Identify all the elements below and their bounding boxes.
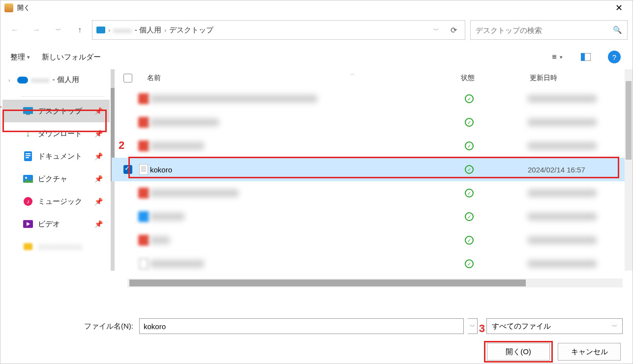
svg-point-9: [25, 177, 27, 179]
back-button[interactable]: ←: [5, 21, 24, 39]
file-pane: 名前 ︿ 状態 更新日時 種類 ✓ ✓: [112, 69, 633, 305]
breadcrumb-user[interactable]: xxxxx: [113, 26, 132, 34]
help-button[interactable]: ?: [606, 49, 623, 65]
pictures-icon: [23, 174, 33, 183]
column-status[interactable]: 状態: [461, 74, 475, 83]
onedrive-icon: [17, 77, 28, 84]
file-row[interactable]: ✓: [112, 228, 633, 252]
filename-dropdown[interactable]: ﹀: [468, 318, 478, 334]
folder-icon: [96, 27, 105, 33]
column-modified[interactable]: 更新日時: [530, 74, 557, 83]
sidebar-item-music[interactable]: ♪ ミュージック 📌: [2, 190, 110, 213]
file-row[interactable]: ✓: [112, 111, 633, 134]
search-input[interactable]: [476, 26, 613, 34]
document-icon: [23, 152, 33, 161]
sync-status-icon: ✓: [465, 165, 474, 174]
sidebar: › xxxxx - 個人用 デスクトップ 📌 ↓ ダウンロード 📌 ドキュメント…: [0, 69, 112, 305]
file-row[interactable]: ✓: [112, 252, 633, 276]
callout-1-label: 1: [0, 98, 1, 111]
address-bar[interactable]: › xxxxx - 個人用 › デスクトップ ﹀ ⟳: [92, 20, 465, 40]
open-button[interactable]: 開く(O): [487, 343, 550, 361]
row-checkbox[interactable]: [123, 165, 132, 174]
svg-rect-3: [26, 114, 30, 115]
sidebar-item-desktop[interactable]: デスクトップ 📌: [2, 100, 110, 122]
sidebar-item-documents[interactable]: ドキュメント 📌: [2, 145, 110, 168]
text-file-icon: [138, 164, 149, 175]
file-row[interactable]: ✓: [112, 87, 633, 111]
file-row[interactable]: ✓: [112, 205, 633, 228]
file-row[interactable]: ✓: [112, 134, 633, 158]
dialog-title: 開く: [17, 3, 30, 12]
sidebar-item-pictures[interactable]: ピクチャ 📌: [2, 168, 110, 190]
search-icon[interactable]: 🔍: [613, 26, 622, 34]
video-icon: [23, 220, 33, 228]
filename-label: ファイル名(N):: [84, 322, 133, 331]
footer: ファイル名(N): ﹀ すべてのファイル﹀ 3 開く(O) キャンセル: [0, 305, 633, 364]
breadcrumb-folder[interactable]: デスクトップ: [169, 26, 213, 35]
breadcrumb-personal[interactable]: - 個人用: [135, 26, 161, 35]
sidebar-item-label: ビデオ: [38, 220, 60, 229]
file-row[interactable]: ✓: [112, 181, 633, 205]
address-dropdown[interactable]: ﹀: [428, 23, 443, 37]
sidebar-item-label: ダウンロード: [38, 129, 82, 139]
svg-rect-7: [26, 157, 29, 158]
close-button[interactable]: ✕: [609, 1, 629, 15]
view-mode-button[interactable]: ≡ ▾: [549, 49, 566, 65]
file-list-scrollbar[interactable]: [625, 69, 633, 271]
titlebar: 開く ✕: [0, 0, 633, 15]
refresh-button[interactable]: ⟳: [446, 23, 461, 37]
pin-icon: 📌: [94, 197, 103, 205]
app-icon: [4, 3, 13, 12]
select-all-checkbox[interactable]: [123, 74, 132, 83]
desktop-icon: [23, 107, 33, 115]
pin-icon: 📌: [94, 152, 103, 160]
up-button[interactable]: ↑: [70, 21, 89, 39]
svg-rect-5: [26, 153, 30, 154]
file-name: kokoro: [150, 166, 172, 174]
svg-rect-6: [26, 155, 30, 156]
pin-icon: 📌: [94, 107, 103, 115]
filename-input[interactable]: [139, 318, 464, 334]
sidebar-item-label: デスクトップ: [38, 107, 82, 116]
search-box[interactable]: 🔍: [470, 20, 628, 40]
organize-menu[interactable]: 整理 ▾: [10, 53, 30, 62]
navbar: ← → ﹀ ↑ › xxxxx - 個人用 › デスクトップ ﹀ ⟳ 🔍: [0, 15, 633, 45]
sidebar-item-label: ドキュメント: [38, 152, 82, 161]
svg-rect-1: [581, 53, 585, 61]
svg-rect-2: [23, 107, 33, 114]
preview-pane-button[interactable]: [577, 49, 594, 65]
sidebar-item-blurred[interactable]: XXXXXXXXX: [2, 235, 110, 258]
sidebar-item-downloads[interactable]: ↓ ダウンロード 📌: [2, 122, 110, 145]
file-row-selected[interactable]: kokoro ✓ 2024/02/14 16:57 テキスト ドキュメント: [112, 158, 633, 181]
new-folder-button[interactable]: 新しいフォルダー: [42, 53, 101, 62]
tree-onedrive[interactable]: › xxxxx - 個人用: [2, 73, 110, 86]
forward-button[interactable]: →: [27, 21, 46, 39]
sidebar-item-label: ミュージック: [38, 197, 82, 206]
music-icon: ♪: [23, 197, 33, 206]
file-date: 2024/02/14 16:57: [528, 166, 585, 174]
svg-rect-11: [139, 164, 148, 175]
pin-icon: 📌: [94, 130, 103, 138]
sidebar-item-label: ピクチャ: [38, 174, 67, 184]
pin-icon: 📌: [94, 175, 103, 183]
callout-3-label: 3: [479, 322, 485, 335]
horizontal-scrollbar[interactable]: [127, 279, 623, 287]
download-icon: ↓: [23, 129, 33, 138]
toolbar: 整理 ▾ 新しいフォルダー ≡ ▾ ?: [0, 45, 633, 69]
cancel-button[interactable]: キャンセル: [558, 343, 621, 361]
callout-2-label: 2: [119, 139, 124, 152]
sidebar-item-videos[interactable]: ビデオ 📌: [2, 213, 110, 235]
column-name[interactable]: 名前: [147, 74, 161, 83]
file-list: ✓ ✓ ✓: [112, 87, 633, 305]
file-list-header: 名前 ︿ 状態 更新日時 種類: [112, 69, 633, 87]
filetype-dropdown[interactable]: すべてのファイル﹀: [486, 318, 623, 334]
sort-indicator-icon: ︿: [350, 70, 355, 77]
recent-dropdown[interactable]: ﹀: [49, 21, 67, 39]
pin-icon: 📌: [94, 220, 103, 228]
